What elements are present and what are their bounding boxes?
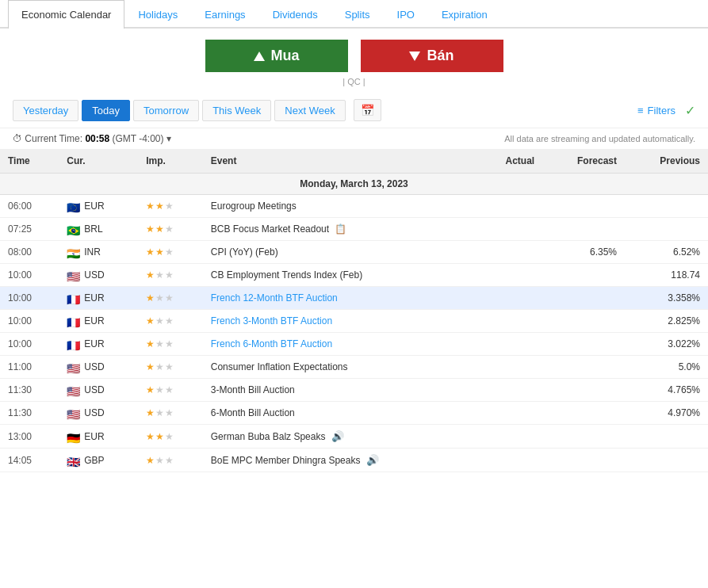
dropdown-icon[interactable]: ▾ xyxy=(166,133,171,144)
tab-expiration[interactable]: Expiration xyxy=(428,0,501,29)
cell-event: 6-Month Bill Auction xyxy=(203,402,476,425)
cell-time: 10:00 xyxy=(0,287,59,310)
cell-previous xyxy=(625,195,708,218)
star-empty-icon: ★ xyxy=(155,407,164,418)
filters-button[interactable]: ≡ Filters xyxy=(631,101,682,120)
event-text: BoE MPC Member Dhingra Speaks xyxy=(211,455,361,466)
cell-actual xyxy=(476,333,542,356)
cell-previous: 3.358% xyxy=(625,287,708,310)
cell-currency: 🇺🇸USD xyxy=(59,356,138,379)
cell-forecast xyxy=(542,333,625,356)
cell-event: German Buba Balz Speaks 🔊 xyxy=(203,425,476,449)
tab-ipo[interactable]: IPO xyxy=(384,0,428,29)
cell-previous xyxy=(625,425,708,449)
mua-button[interactable]: Mua xyxy=(205,40,348,72)
date-nav: Yesterday Today Tomorrow This Week Next … xyxy=(0,93,708,128)
th-cur: Cur. xyxy=(59,149,138,174)
tab-dividends[interactable]: Dividends xyxy=(259,0,331,29)
cell-forecast: 6.35% xyxy=(542,241,625,264)
flag-icon: 🇺🇸 xyxy=(67,362,81,372)
star-empty-icon: ★ xyxy=(155,315,164,326)
cell-currency: 🇪🇺EUR xyxy=(59,195,138,218)
event-text: 3-Month Bill Auction xyxy=(211,384,295,395)
flag-icon: 🇬🇧 xyxy=(67,456,81,465)
cell-previous xyxy=(625,218,708,241)
cell-importance: ★★★ xyxy=(138,356,203,379)
cell-actual xyxy=(476,195,542,218)
cell-event[interactable]: French 3-Month BTF Auction xyxy=(203,310,476,333)
star-empty-icon: ★ xyxy=(155,361,164,372)
star-empty-icon: ★ xyxy=(165,455,174,466)
event-link[interactable]: French 3-Month BTF Auction xyxy=(211,315,332,326)
th-previous: Previous xyxy=(625,149,708,174)
cell-previous: 3.022% xyxy=(625,333,708,356)
top-nav-tabs: Economic Calendar Holidays Earnings Divi… xyxy=(0,0,708,29)
streaming-note: All data are streaming and updated autom… xyxy=(504,134,695,143)
cell-forecast xyxy=(542,449,625,472)
cell-forecast xyxy=(542,425,625,449)
cell-currency: 🇺🇸USD xyxy=(59,402,138,425)
cell-currency: 🇫🇷EUR xyxy=(59,310,138,333)
cell-importance: ★★★ xyxy=(138,333,203,356)
star-empty-icon: ★ xyxy=(165,223,174,235)
star-empty-icon: ★ xyxy=(165,292,174,304)
table-row: 14:05🇬🇧GBP★★★BoE MPC Member Dhingra Spea… xyxy=(0,449,708,472)
event-text: German Buba Balz Speaks xyxy=(211,431,326,442)
cell-forecast xyxy=(542,218,625,241)
currency-code: EUR xyxy=(84,338,104,349)
tomorrow-button[interactable]: Tomorrow xyxy=(133,100,199,121)
gmt-label: (GMT -4:00) xyxy=(112,133,163,144)
cell-forecast xyxy=(542,402,625,425)
event-link[interactable]: French 6-Month BTF Auction xyxy=(211,338,332,349)
table-row: 10:00🇫🇷EUR★★★French 3-Month BTF Auction2… xyxy=(0,310,708,333)
tab-holidays[interactable]: Holidays xyxy=(124,0,191,29)
ban-button[interactable]: Bán xyxy=(361,40,503,72)
star-filled-icon: ★ xyxy=(146,315,155,326)
table-row: 10:00🇺🇸USD★★★CB Employment Trends Index … xyxy=(0,264,708,287)
table-row: 13:00🇩🇪EUR★★★German Buba Balz Speaks 🔊 xyxy=(0,425,708,449)
cell-currency: 🇬🇧GBP xyxy=(59,449,138,472)
cell-currency: 🇫🇷EUR xyxy=(59,287,138,310)
clock-icon: ⏱ xyxy=(13,133,22,144)
table-row: 10:00🇫🇷EUR★★★French 6-Month BTF Auction3… xyxy=(0,333,708,356)
cell-forecast xyxy=(542,195,625,218)
tab-economic-calendar[interactable]: Economic Calendar xyxy=(8,0,124,29)
event-text: Eurogroup Meetings xyxy=(211,200,297,212)
cell-forecast xyxy=(542,264,625,287)
cell-time: 10:00 xyxy=(0,264,59,287)
cell-actual xyxy=(476,449,542,472)
cell-previous: 118.74 xyxy=(625,264,708,287)
table-row: 11:30🇺🇸USD★★★3-Month Bill Auction4.765% xyxy=(0,379,708,402)
star-filled-icon: ★ xyxy=(146,455,155,466)
cell-importance: ★★★ xyxy=(138,218,203,241)
this-week-button[interactable]: This Week xyxy=(202,100,271,121)
star-empty-icon: ★ xyxy=(155,338,164,349)
cell-event[interactable]: French 6-Month BTF Auction xyxy=(203,333,476,356)
flag-icon: 🇫🇷 xyxy=(67,316,81,326)
flag-icon: 🇺🇸 xyxy=(67,408,81,418)
tab-splits[interactable]: Splits xyxy=(331,0,384,29)
star-filled-icon: ★ xyxy=(155,200,164,212)
cell-actual xyxy=(476,425,542,449)
cell-actual xyxy=(476,402,542,425)
tab-earnings[interactable]: Earnings xyxy=(191,0,258,29)
cell-event[interactable]: French 12-Month BTF Auction xyxy=(203,287,476,310)
today-button[interactable]: Today xyxy=(82,100,130,121)
event-text: CPI (YoY) (Feb) xyxy=(211,246,278,258)
star-empty-icon: ★ xyxy=(155,269,164,281)
cell-event: CPI (YoY) (Feb) xyxy=(203,241,476,264)
flag-icon: 🇺🇸 xyxy=(67,270,81,280)
banner-row: Mua Bán xyxy=(0,29,708,75)
cell-event: Eurogroup Meetings xyxy=(203,195,476,218)
currency-code: USD xyxy=(84,361,104,372)
yesterday-button[interactable]: Yesterday xyxy=(13,100,78,121)
next-week-button[interactable]: Next Week xyxy=(274,100,345,121)
arrow-down-icon xyxy=(409,52,420,61)
calendar-icon[interactable]: 📅 xyxy=(354,99,381,121)
filter-icon: ≡ xyxy=(637,105,644,116)
event-link[interactable]: French 12-Month BTF Auction xyxy=(211,292,338,304)
th-actual: Actual xyxy=(476,149,542,174)
star-empty-icon: ★ xyxy=(155,292,164,304)
cell-event: CB Employment Trends Index (Feb) xyxy=(203,264,476,287)
cell-importance: ★★★ xyxy=(138,425,203,449)
